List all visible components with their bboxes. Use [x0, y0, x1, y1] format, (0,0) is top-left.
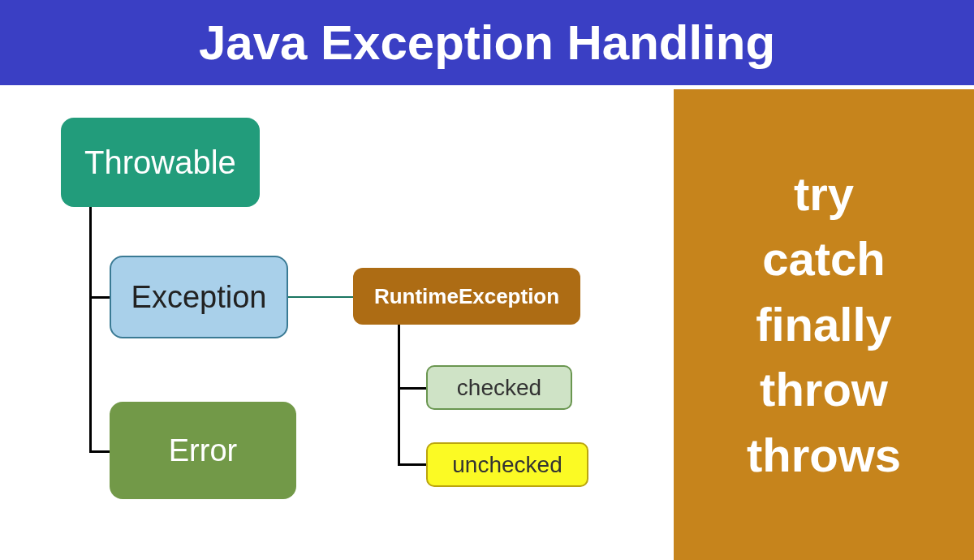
- node-throwable: Throwable: [61, 118, 260, 207]
- keywords-panel: try catch finally throw throws: [674, 89, 974, 560]
- connector-line: [398, 387, 426, 390]
- connector-line: [398, 325, 400, 465]
- node-checked: checked: [426, 365, 572, 410]
- keyword-finally: finally: [756, 295, 892, 355]
- keyword-catch: catch: [762, 230, 886, 289]
- node-error: Error: [110, 402, 296, 499]
- node-exception: Exception: [110, 256, 288, 338]
- node-runtime-exception: RuntimeException: [353, 268, 580, 325]
- connector-line: [89, 450, 110, 453]
- exception-hierarchy-diagram: Throwable Exception Error RuntimeExcepti…: [0, 85, 674, 560]
- connector-line: [89, 207, 92, 452]
- connector-line: [89, 296, 110, 299]
- header-banner: Java Exception Handling: [0, 0, 974, 85]
- keyword-throw: throw: [760, 360, 888, 420]
- connector-line: [398, 463, 426, 466]
- keyword-throws: throws: [747, 426, 901, 485]
- node-unchecked: unchecked: [426, 442, 588, 487]
- connector-line: [288, 296, 353, 298]
- keyword-try: try: [794, 165, 854, 224]
- page-title: Java Exception Handling: [199, 15, 775, 71]
